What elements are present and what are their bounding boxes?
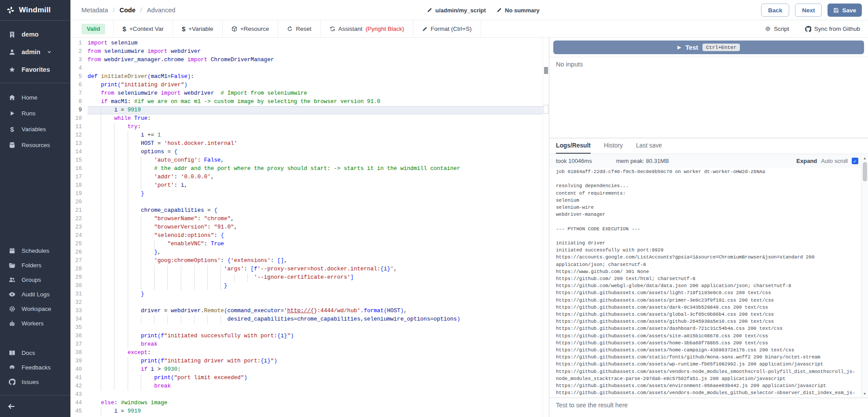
sidebar-item-workspace-settings[interactable]: Workspace [0, 302, 70, 316]
expand-button[interactable]: Expand [796, 158, 817, 164]
pencil-icon [427, 7, 432, 13]
reset-button[interactable]: Reset [278, 20, 320, 38]
github-icon [805, 26, 811, 32]
code-line: 43 [70, 391, 543, 399]
test-button[interactable]: ▶ Test Ctrl+Enter [553, 41, 864, 54]
line-number: 43 [70, 391, 88, 399]
line-number: 18 [70, 181, 88, 190]
tab-advanced[interactable]: Advanced [147, 7, 176, 14]
log-scrollbar-handle[interactable] [863, 162, 867, 181]
star-icon [8, 66, 16, 73]
editor-toolbar: Valid $ +Context Var $ +Variable +Resour… [70, 20, 868, 38]
sidebar-item-user[interactable]: admin [0, 43, 70, 61]
sidebar-item-favorites[interactable]: Favorites [0, 61, 70, 78]
script-kind-button[interactable]: Script [765, 20, 789, 38]
brand[interactable]: Windmill [0, 0, 70, 21]
save-button[interactable]: Save [828, 4, 862, 17]
line-number: 4 [70, 64, 88, 73]
sidebar-item-folders[interactable]: Folders [0, 258, 70, 273]
line-number: 33 [70, 307, 88, 315]
workspace-label: demo [22, 31, 39, 38]
code-line: 12 i += 1 [70, 131, 543, 140]
sidebar-item-groups[interactable]: Groups [0, 273, 70, 287]
line-number: 13 [70, 140, 88, 148]
user-label: admin [22, 48, 40, 55]
next-button[interactable]: Next [795, 4, 822, 17]
code-line: 39 print(f"initiating driver with port:{… [70, 357, 543, 365]
autoscroll-checkbox[interactable]: ✓ [852, 158, 858, 164]
back-button[interactable]: Back [761, 4, 789, 17]
code-line: 44 else: #windows image [70, 399, 543, 407]
nav-label: Workers [22, 320, 44, 327]
format-button[interactable]: Format (Ctrl+S) [413, 20, 481, 38]
sidebar-item-resources[interactable]: Resources [0, 137, 70, 153]
tab-code[interactable]: Code [120, 7, 136, 14]
sidebar-collapse-button[interactable] [7, 402, 16, 411]
script-summary[interactable]: No summary [497, 0, 540, 20]
line-number: 14 [70, 148, 88, 156]
tab-metadata[interactable]: Metadata [81, 7, 108, 14]
code-line: 6 print("initiating driver") [70, 81, 543, 89]
sidebar-item-schedules[interactable]: Schedules [0, 244, 70, 258]
code-line: 14 options = { [70, 148, 543, 156]
dollar-icon: $ [8, 126, 16, 133]
log-output[interactable]: job 01864aff-22dd-cf40-f0c5-0ec8e9b50c70… [556, 168, 860, 396]
code-line: 26 }, [70, 248, 543, 257]
line-number: 26 [70, 248, 88, 257]
line-number: 8 [70, 98, 88, 106]
log-scrollbar[interactable]: ▲ ▼ [861, 154, 868, 398]
sidebar-item-audit-logs[interactable]: Audit Logs [0, 287, 70, 302]
scroll-up-arrow[interactable]: ▲ [861, 155, 868, 161]
sidebar-item-feedbacks[interactable]: Feedbacks [0, 360, 70, 375]
add-context-var-button[interactable]: $ +Context Var [113, 20, 173, 38]
nav-label: Runs [22, 110, 36, 117]
line-number: 29 [70, 273, 88, 282]
editor-scrollbar[interactable] [543, 38, 549, 417]
eye-icon [8, 291, 16, 298]
sidebar-item-workers[interactable]: Workers [0, 316, 70, 331]
script-path[interactable]: u/admin/my_script [427, 0, 486, 20]
sidebar-admin-group: Schedules Folders Groups Audit Logs [0, 244, 70, 331]
sidebar-item-docs[interactable]: Docs [0, 346, 70, 360]
line-number: 9 [70, 106, 88, 114]
code-lines: 1import selenium2from seleniumwire impor… [70, 39, 543, 416]
discord-icon [8, 364, 16, 371]
add-resource-button[interactable]: +Resource [223, 20, 279, 38]
code-line: 21 chrome_capabilities = { [70, 207, 543, 215]
tab-history[interactable]: History [604, 138, 623, 154]
code-line: 23 "browserVersion": "91.0", [70, 223, 543, 232]
code-line: 31 } [70, 290, 543, 299]
assistant-button[interactable]: Assistant (Pyright Black) [321, 20, 414, 38]
tab-last-save[interactable]: Last save [636, 138, 662, 154]
code-line: 32 [70, 299, 543, 307]
scroll-down-arrow[interactable]: ▼ [861, 391, 868, 397]
line-number: 23 [70, 223, 88, 232]
add-variable-button[interactable]: $ +Variable [173, 20, 223, 38]
sidebar-item-variables[interactable]: $ Variables [0, 121, 70, 137]
line-number: 10 [70, 114, 88, 123]
line-number: 27 [70, 257, 88, 265]
sidebar-item-workspace[interactable]: demo [0, 26, 70, 43]
toolbar-right: Script Sync from Github [757, 20, 860, 38]
code-line: 29 '--ignore-certificate-errors'] [70, 273, 543, 282]
code-editor[interactable]: 1import selenium2from seleniumwire impor… [70, 38, 549, 417]
content: 1import selenium2from seleniumwire impor… [70, 38, 868, 417]
line-number: 3 [70, 56, 88, 64]
tab-logs-result[interactable]: Logs/Result [556, 138, 591, 154]
topbar: Metadata / Code / Advanced u/admin/my_sc… [70, 0, 868, 20]
cube-icon [232, 26, 237, 32]
nav-label: Schedules [22, 247, 49, 254]
code-line: 35 [70, 324, 543, 332]
home-icon [8, 94, 16, 101]
line-number: 5 [70, 73, 88, 81]
pencil-icon [497, 7, 502, 13]
preview-tabs: Logs/Result History Last save [549, 138, 868, 154]
sidebar-item-issues[interactable]: Issues [0, 375, 70, 389]
sync-github-button[interactable]: Sync from Github [805, 20, 860, 38]
editor-scrollbar-handle[interactable] [544, 67, 548, 74]
pen-icon [422, 26, 427, 32]
code-line: 24 "selenoid:options": { [70, 232, 543, 240]
code-line: 15 'auto_config': False, [70, 156, 543, 165]
sidebar-item-home[interactable]: Home [0, 89, 70, 105]
sidebar-item-runs[interactable]: Runs [0, 105, 70, 121]
